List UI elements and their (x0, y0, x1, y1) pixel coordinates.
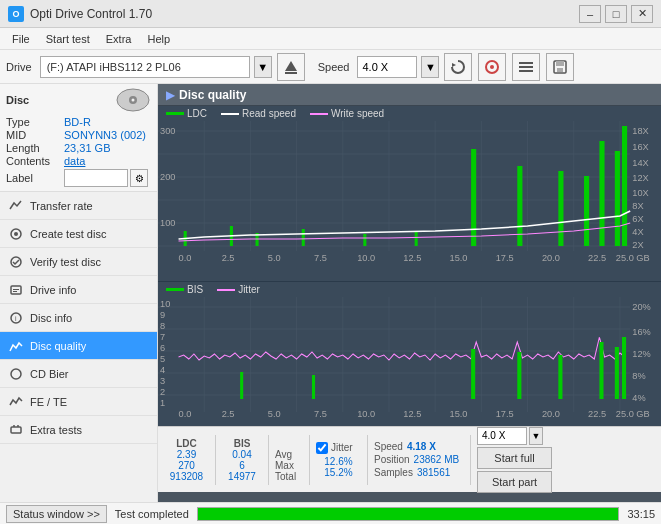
disc-quality-nav-icon (8, 338, 24, 354)
label-edit-button[interactable]: ⚙ (130, 169, 148, 187)
row-labels: - Avg Max Total (275, 438, 303, 482)
legend-write-speed: Write speed (310, 108, 384, 119)
total-label: Total (275, 471, 296, 482)
jitter-checkbox[interactable] (316, 442, 328, 454)
settings-button[interactable] (512, 53, 540, 81)
maximize-button[interactable]: □ (605, 5, 627, 23)
close-button[interactable]: ✕ (631, 5, 653, 23)
sidebar-item-fe-te[interactable]: FE / TE (0, 388, 157, 416)
menu-file[interactable]: File (4, 31, 38, 47)
start-part-button[interactable]: Start part (477, 471, 552, 493)
svg-text:12%: 12% (632, 349, 650, 359)
svg-text:14X: 14X (632, 158, 648, 168)
svg-rect-23 (11, 427, 21, 433)
speed-combo[interactable]: 4.0 X (477, 427, 527, 445)
bis-header: BIS (234, 438, 251, 449)
divider-5 (470, 435, 471, 485)
sidebar-item-extra-tests[interactable]: Extra tests (0, 416, 157, 444)
cd-bier-label: CD Bier (30, 368, 69, 380)
svg-text:i: i (15, 315, 17, 322)
svg-text:15.0: 15.0 (450, 253, 468, 263)
transfer-rate-icon (8, 198, 24, 214)
samples-val: 381561 (417, 467, 450, 478)
svg-text:7.5: 7.5 (314, 409, 327, 419)
position-row: Position 23862 MB (374, 454, 464, 465)
drive-selector[interactable]: (F:) ATAPI iHBS112 2 PL06 (40, 56, 250, 78)
jitter-check-label: Jitter (331, 442, 353, 453)
menubar: File Start test Extra Help (0, 28, 661, 50)
menu-start-test[interactable]: Start test (38, 31, 98, 47)
status-window-button[interactable]: Status window >> (6, 505, 107, 523)
write-speed-legend-color (310, 113, 328, 115)
svg-text:25.0 GB: 25.0 GB (616, 253, 650, 263)
svg-text:8: 8 (160, 321, 165, 331)
svg-text:4X: 4X (632, 227, 643, 237)
label-key: Label (6, 172, 64, 184)
bis-legend-label: BIS (187, 284, 203, 295)
content-area: ▶ Disc quality LDC Read speed Write spee… (158, 84, 661, 502)
read-speed-legend-label: Read speed (242, 108, 296, 119)
disc-icon (115, 88, 151, 112)
refresh-button[interactable] (444, 53, 472, 81)
label-input[interactable] (64, 169, 128, 187)
samples-row: Samples 381561 (374, 467, 464, 478)
svg-text:2.5: 2.5 (222, 253, 235, 263)
legend-ldc: LDC (166, 108, 207, 119)
write-speed-legend-label: Write speed (331, 108, 384, 119)
speed-combo-arrow[interactable]: ▼ (529, 427, 543, 445)
speed-dropdown-arrow[interactable]: ▼ (421, 56, 439, 78)
svg-text:8%: 8% (632, 371, 645, 381)
svg-text:10X: 10X (632, 188, 648, 198)
divider-1 (215, 435, 216, 485)
sidebar-item-disc-quality[interactable]: Disc quality (0, 332, 157, 360)
max-jitter: 15.2% (324, 467, 352, 478)
disc-info-label: Disc info (30, 312, 72, 324)
svg-text:4%: 4% (632, 393, 645, 403)
svg-text:7: 7 (160, 332, 165, 342)
avg-bis: 0.04 (232, 449, 251, 460)
sidebar-item-disc-info[interactable]: i Disc info (0, 304, 157, 332)
svg-rect-78 (622, 126, 627, 246)
sidebar-item-transfer-rate[interactable]: Transfer rate (0, 192, 157, 220)
svg-rect-121 (471, 349, 475, 399)
drive-label: Drive (6, 61, 32, 73)
speed-selector[interactable]: 4.0 X (357, 56, 417, 78)
svg-text:8X: 8X (632, 201, 643, 211)
cd-bier-icon (8, 366, 24, 382)
type-label: Type (6, 116, 64, 128)
svg-text:0.0: 0.0 (179, 409, 192, 419)
contents-value[interactable]: data (64, 155, 85, 167)
minimize-button[interactable]: – (579, 5, 601, 23)
svg-text:10.0: 10.0 (357, 253, 375, 263)
menu-extra[interactable]: Extra (98, 31, 140, 47)
svg-rect-125 (615, 347, 619, 399)
statusbar: Status window >> Test completed 33:15 (0, 502, 661, 524)
svg-text:5.0: 5.0 (268, 253, 281, 263)
drive-info-label: Drive info (30, 284, 76, 296)
mid-value: SONYNN3 (002) (64, 129, 146, 141)
sidebar-item-create-test-disc[interactable]: Create test disc (0, 220, 157, 248)
save-button[interactable] (546, 53, 574, 81)
drive-dropdown-arrow[interactable]: ▼ (254, 56, 272, 78)
svg-point-22 (11, 369, 21, 379)
row-spacer: - (275, 438, 278, 449)
svg-rect-75 (584, 176, 589, 246)
svg-rect-7 (519, 70, 533, 72)
transfer-rate-label: Transfer rate (30, 200, 93, 212)
avg-jitter: 12.6% (324, 456, 352, 467)
sidebar-item-drive-info[interactable]: Drive info (0, 276, 157, 304)
menu-help[interactable]: Help (139, 31, 178, 47)
svg-rect-74 (558, 171, 563, 246)
svg-text:300: 300 (160, 126, 175, 136)
drive-info-icon (8, 282, 24, 298)
start-full-button[interactable]: Start full (477, 447, 552, 469)
eject-button[interactable] (277, 53, 305, 81)
jitter-legend-label: Jitter (238, 284, 260, 295)
sidebar-item-cd-bier[interactable]: CD Bier (0, 360, 157, 388)
disc-quality-icon-btn[interactable] (478, 53, 506, 81)
sidebar-item-verify-test-disc[interactable]: Verify test disc (0, 248, 157, 276)
svg-text:18X: 18X (632, 126, 648, 136)
svg-rect-9 (556, 61, 564, 66)
jitter-speed-block: Jitter 12.6% 15.2% (316, 442, 361, 478)
divider-4 (367, 435, 368, 485)
